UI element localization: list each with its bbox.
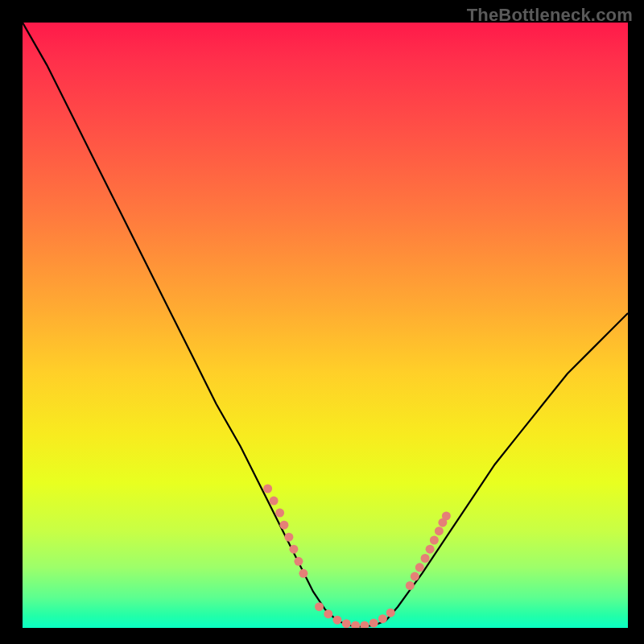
curve-dot xyxy=(411,572,419,581)
curve-dot xyxy=(275,509,284,518)
curve-dot xyxy=(351,621,360,629)
curve-dot xyxy=(333,616,342,625)
curve-dot xyxy=(284,533,293,542)
chart-plot-area xyxy=(23,23,628,628)
curve-dot xyxy=(415,563,424,572)
chart-dots-layer xyxy=(23,23,628,628)
curve-dot xyxy=(279,521,288,530)
curve-dot xyxy=(406,581,415,590)
curve-dot xyxy=(430,536,439,545)
curve-dot xyxy=(294,557,303,566)
curve-dot xyxy=(386,609,395,617)
watermark-text: TheBottleneck.com xyxy=(467,5,633,26)
curve-dot xyxy=(421,554,430,563)
curve-dot xyxy=(442,511,451,520)
curve-dot xyxy=(360,621,369,629)
curve-dot xyxy=(289,545,298,554)
dotted-segments-group xyxy=(263,485,451,629)
curve-dot xyxy=(435,526,444,535)
curve-dot xyxy=(263,485,272,493)
curve-dot xyxy=(342,619,351,628)
curve-dot xyxy=(324,609,332,618)
curve-dot xyxy=(426,545,435,554)
curve-dot xyxy=(315,602,324,611)
curve-dot xyxy=(369,619,378,628)
curve-dot xyxy=(299,569,308,578)
curve-dot xyxy=(270,497,279,506)
curve-dot xyxy=(378,614,387,623)
